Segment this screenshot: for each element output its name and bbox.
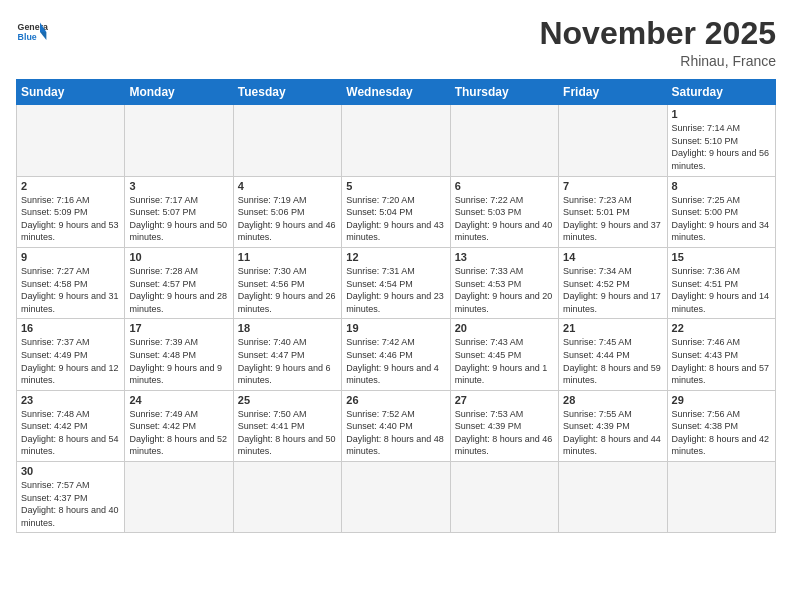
calendar-day-cell: 25Sunrise: 7:50 AM Sunset: 4:41 PM Dayli… — [233, 390, 341, 461]
logo-icon: General Blue — [16, 16, 48, 48]
day-number: 24 — [129, 394, 228, 406]
day-info: Sunrise: 7:52 AM Sunset: 4:40 PM Dayligh… — [346, 408, 445, 458]
day-info: Sunrise: 7:42 AM Sunset: 4:46 PM Dayligh… — [346, 336, 445, 386]
calendar-week-3: 9Sunrise: 7:27 AM Sunset: 4:58 PM Daylig… — [17, 247, 776, 318]
day-number: 12 — [346, 251, 445, 263]
calendar-day-cell — [450, 462, 558, 533]
day-of-week-monday: Monday — [125, 80, 233, 105]
calendar-day-cell — [667, 462, 775, 533]
day-number: 9 — [21, 251, 120, 263]
svg-text:Blue: Blue — [18, 32, 37, 42]
day-info: Sunrise: 7:40 AM Sunset: 4:47 PM Dayligh… — [238, 336, 337, 386]
month-title: November 2025 — [539, 16, 776, 51]
calendar-day-cell: 16Sunrise: 7:37 AM Sunset: 4:49 PM Dayli… — [17, 319, 125, 390]
day-number: 3 — [129, 180, 228, 192]
day-info: Sunrise: 7:55 AM Sunset: 4:39 PM Dayligh… — [563, 408, 662, 458]
day-of-week-sunday: Sunday — [17, 80, 125, 105]
day-number: 19 — [346, 322, 445, 334]
calendar-day-cell: 26Sunrise: 7:52 AM Sunset: 4:40 PM Dayli… — [342, 390, 450, 461]
calendar-day-cell: 10Sunrise: 7:28 AM Sunset: 4:57 PM Dayli… — [125, 247, 233, 318]
day-info: Sunrise: 7:16 AM Sunset: 5:09 PM Dayligh… — [21, 194, 120, 244]
calendar-day-cell: 29Sunrise: 7:56 AM Sunset: 4:38 PM Dayli… — [667, 390, 775, 461]
day-info: Sunrise: 7:27 AM Sunset: 4:58 PM Dayligh… — [21, 265, 120, 315]
day-number: 18 — [238, 322, 337, 334]
day-info: Sunrise: 7:43 AM Sunset: 4:45 PM Dayligh… — [455, 336, 554, 386]
day-number: 27 — [455, 394, 554, 406]
day-info: Sunrise: 7:50 AM Sunset: 4:41 PM Dayligh… — [238, 408, 337, 458]
day-info: Sunrise: 7:28 AM Sunset: 4:57 PM Dayligh… — [129, 265, 228, 315]
day-number: 15 — [672, 251, 771, 263]
svg-marker-3 — [40, 32, 46, 40]
calendar-day-cell: 22Sunrise: 7:46 AM Sunset: 4:43 PM Dayli… — [667, 319, 775, 390]
day-info: Sunrise: 7:25 AM Sunset: 5:00 PM Dayligh… — [672, 194, 771, 244]
calendar-day-cell: 2Sunrise: 7:16 AM Sunset: 5:09 PM Daylig… — [17, 176, 125, 247]
day-number: 22 — [672, 322, 771, 334]
day-number: 20 — [455, 322, 554, 334]
day-of-week-thursday: Thursday — [450, 80, 558, 105]
calendar-day-cell — [233, 462, 341, 533]
day-number: 17 — [129, 322, 228, 334]
calendar-day-cell — [125, 462, 233, 533]
day-number: 21 — [563, 322, 662, 334]
day-of-week-saturday: Saturday — [667, 80, 775, 105]
day-number: 23 — [21, 394, 120, 406]
header: General Blue November 2025 Rhinau, Franc… — [16, 16, 776, 69]
day-of-week-wednesday: Wednesday — [342, 80, 450, 105]
calendar-day-cell: 6Sunrise: 7:22 AM Sunset: 5:03 PM Daylig… — [450, 176, 558, 247]
day-number: 16 — [21, 322, 120, 334]
day-number: 25 — [238, 394, 337, 406]
calendar-day-cell — [342, 462, 450, 533]
calendar-day-cell: 17Sunrise: 7:39 AM Sunset: 4:48 PM Dayli… — [125, 319, 233, 390]
day-info: Sunrise: 7:22 AM Sunset: 5:03 PM Dayligh… — [455, 194, 554, 244]
calendar-week-2: 2Sunrise: 7:16 AM Sunset: 5:09 PM Daylig… — [17, 176, 776, 247]
day-number: 26 — [346, 394, 445, 406]
day-number: 14 — [563, 251, 662, 263]
calendar-day-cell — [450, 105, 558, 176]
calendar-day-cell: 7Sunrise: 7:23 AM Sunset: 5:01 PM Daylig… — [559, 176, 667, 247]
calendar-day-cell: 28Sunrise: 7:55 AM Sunset: 4:39 PM Dayli… — [559, 390, 667, 461]
calendar-week-1: 1Sunrise: 7:14 AM Sunset: 5:10 PM Daylig… — [17, 105, 776, 176]
day-info: Sunrise: 7:45 AM Sunset: 4:44 PM Dayligh… — [563, 336, 662, 386]
page: General Blue November 2025 Rhinau, Franc… — [0, 0, 792, 612]
day-info: Sunrise: 7:30 AM Sunset: 4:56 PM Dayligh… — [238, 265, 337, 315]
day-number: 28 — [563, 394, 662, 406]
calendar-day-cell: 12Sunrise: 7:31 AM Sunset: 4:54 PM Dayli… — [342, 247, 450, 318]
day-info: Sunrise: 7:34 AM Sunset: 4:52 PM Dayligh… — [563, 265, 662, 315]
day-info: Sunrise: 7:36 AM Sunset: 4:51 PM Dayligh… — [672, 265, 771, 315]
calendar-week-4: 16Sunrise: 7:37 AM Sunset: 4:49 PM Dayli… — [17, 319, 776, 390]
day-info: Sunrise: 7:53 AM Sunset: 4:39 PM Dayligh… — [455, 408, 554, 458]
calendar-day-cell: 8Sunrise: 7:25 AM Sunset: 5:00 PM Daylig… — [667, 176, 775, 247]
calendar-day-cell — [559, 105, 667, 176]
calendar-day-cell: 18Sunrise: 7:40 AM Sunset: 4:47 PM Dayli… — [233, 319, 341, 390]
day-info: Sunrise: 7:31 AM Sunset: 4:54 PM Dayligh… — [346, 265, 445, 315]
day-info: Sunrise: 7:14 AM Sunset: 5:10 PM Dayligh… — [672, 122, 771, 172]
calendar-day-cell: 24Sunrise: 7:49 AM Sunset: 4:42 PM Dayli… — [125, 390, 233, 461]
day-info: Sunrise: 7:46 AM Sunset: 4:43 PM Dayligh… — [672, 336, 771, 386]
calendar-header-row: SundayMondayTuesdayWednesdayThursdayFrid… — [17, 80, 776, 105]
calendar-day-cell — [17, 105, 125, 176]
day-info: Sunrise: 7:48 AM Sunset: 4:42 PM Dayligh… — [21, 408, 120, 458]
day-of-week-tuesday: Tuesday — [233, 80, 341, 105]
day-info: Sunrise: 7:37 AM Sunset: 4:49 PM Dayligh… — [21, 336, 120, 386]
calendar-day-cell: 30Sunrise: 7:57 AM Sunset: 4:37 PM Dayli… — [17, 462, 125, 533]
day-number: 13 — [455, 251, 554, 263]
calendar-day-cell: 1Sunrise: 7:14 AM Sunset: 5:10 PM Daylig… — [667, 105, 775, 176]
day-number: 6 — [455, 180, 554, 192]
calendar-day-cell: 27Sunrise: 7:53 AM Sunset: 4:39 PM Dayli… — [450, 390, 558, 461]
calendar-day-cell: 4Sunrise: 7:19 AM Sunset: 5:06 PM Daylig… — [233, 176, 341, 247]
logo: General Blue — [16, 16, 48, 48]
calendar-day-cell: 15Sunrise: 7:36 AM Sunset: 4:51 PM Dayli… — [667, 247, 775, 318]
calendar-day-cell — [342, 105, 450, 176]
day-info: Sunrise: 7:33 AM Sunset: 4:53 PM Dayligh… — [455, 265, 554, 315]
calendar-day-cell: 14Sunrise: 7:34 AM Sunset: 4:52 PM Dayli… — [559, 247, 667, 318]
calendar-day-cell: 23Sunrise: 7:48 AM Sunset: 4:42 PM Dayli… — [17, 390, 125, 461]
calendar: SundayMondayTuesdayWednesdayThursdayFrid… — [16, 79, 776, 533]
calendar-week-6: 30Sunrise: 7:57 AM Sunset: 4:37 PM Dayli… — [17, 462, 776, 533]
day-number: 29 — [672, 394, 771, 406]
day-info: Sunrise: 7:56 AM Sunset: 4:38 PM Dayligh… — [672, 408, 771, 458]
day-number: 1 — [672, 108, 771, 120]
day-number: 2 — [21, 180, 120, 192]
location: Rhinau, France — [539, 53, 776, 69]
calendar-day-cell: 11Sunrise: 7:30 AM Sunset: 4:56 PM Dayli… — [233, 247, 341, 318]
calendar-day-cell: 5Sunrise: 7:20 AM Sunset: 5:04 PM Daylig… — [342, 176, 450, 247]
